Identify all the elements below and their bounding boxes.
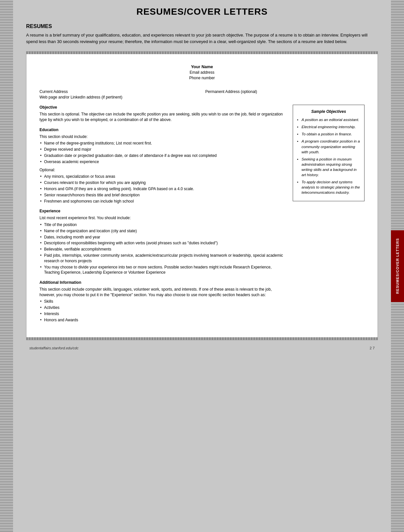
- doc-name: Your Name: [39, 64, 365, 70]
- doc-permanent-address: Permanent Address (optional): [205, 89, 365, 95]
- sample-objective-item: To apply decision and systems analysis t…: [297, 179, 360, 195]
- page-title: RESUMES/COVER LETTERS: [26, 7, 378, 17]
- experience-item: Dates, including month and year: [39, 235, 288, 240]
- sample-objectives-box: Sample Objectives A position as an edito…: [293, 105, 365, 201]
- education-optional-item: Any minors, specialization or focus area…: [39, 174, 288, 179]
- sample-objective-item: Electrical engineering internship.: [297, 124, 360, 129]
- doc-text-section: Objective This section is optional. The …: [39, 105, 288, 327]
- additional-item: Honors and Awards: [39, 317, 288, 323]
- sample-objectives-list: A position as an editorial assistant. El…: [297, 117, 360, 195]
- sample-objective-item: To obtain a position in finance.: [297, 131, 360, 137]
- doc-phone: Phone number: [39, 75, 365, 81]
- experience-item: Believable, verifiable accomplishments: [39, 247, 288, 252]
- experience-item: Title of the position: [39, 222, 288, 228]
- experience-item: Descriptions of responsibilities beginni…: [39, 240, 288, 246]
- additional-label: Additional Information: [39, 280, 288, 285]
- doc-address-right: Permanent Address (optional): [205, 89, 365, 100]
- additional-text: This section could include computer skil…: [39, 287, 288, 298]
- doc-email: Email address: [39, 70, 365, 75]
- education-item: Degree received and major: [39, 147, 288, 152]
- education-optional-item: Courses relevant to the position for whi…: [39, 180, 288, 186]
- left-decorative-border: [0, 0, 13, 532]
- doc-current-address: Current Address: [39, 89, 199, 95]
- footer: studentaffairs.stanford.edu/cdc 2 7: [26, 343, 378, 350]
- objective-text: This section is optional. The objective …: [39, 112, 288, 123]
- resumes-intro: A resume is a brief summary of your qual…: [26, 32, 378, 45]
- sample-objective-item: Seeking a position in museum administrat…: [297, 157, 360, 177]
- education-optional-list: Any minors, specialization or focus area…: [39, 174, 288, 204]
- doc-bottom-border: [26, 337, 378, 340]
- education-optional-item: Senior research/honors thesis title and …: [39, 192, 288, 198]
- footer-page: 2 7: [370, 346, 375, 350]
- experience-items-list: Title of the position Name of the organi…: [39, 222, 288, 275]
- experience-item: Name of the organization and location (c…: [39, 228, 288, 234]
- page-wrapper: RESUMES/COVER LETTERS RESUMES/COVER LETT…: [0, 0, 404, 532]
- objective-label: Objective: [39, 105, 288, 110]
- doc-address-row: Current Address Web page and/or LinkedIn…: [39, 89, 365, 100]
- additional-item: Interests: [39, 311, 288, 317]
- additional-section: Additional Information This section coul…: [39, 280, 288, 323]
- education-optional-item: Freshmen and sophomores can include high…: [39, 199, 288, 204]
- experience-item: Paid jobs, internships, volunteer commun…: [39, 253, 288, 264]
- education-item: Name of the degree-granting institutions…: [39, 141, 288, 146]
- sample-objective-item: A position as an editorial assistant.: [297, 117, 360, 122]
- education-item: Graduation date or projected graduation …: [39, 153, 288, 159]
- experience-section: Experience List most recent experience f…: [39, 208, 288, 275]
- optional-label: Optional:: [39, 167, 288, 173]
- education-label: Education: [39, 127, 288, 133]
- doc-webpage-address: Web page and/or LinkedIn address (if per…: [39, 95, 199, 100]
- additional-items-list: Skills Activities Interests Honors and A…: [39, 299, 288, 323]
- vertical-tab: RESUMES/COVER LETTERS: [391, 230, 404, 302]
- objective-section: Objective This section is optional. The …: [39, 105, 288, 122]
- additional-item: Skills: [39, 299, 288, 304]
- additional-item: Activities: [39, 305, 288, 311]
- sample-objective-item: A program coordinator position in a comm…: [297, 139, 360, 154]
- experience-intro: List most recent experience first. You s…: [39, 215, 288, 221]
- education-items-list: Name of the degree-granting institutions…: [39, 141, 288, 164]
- doc-top-border: [26, 52, 378, 54]
- resumes-heading: RESUMES: [26, 23, 378, 29]
- footer-url: studentaffairs.stanford.edu/cdc: [29, 346, 78, 350]
- education-item: Overseas academic experience: [39, 159, 288, 165]
- doc-main-area: Objective This section is optional. The …: [39, 105, 365, 327]
- document-box: Your Name Email address Phone number Cur…: [26, 51, 378, 340]
- main-content: RESUMES/COVER LETTERS RESUMES A resume i…: [16, 0, 388, 357]
- doc-header: Your Name Email address Phone number: [39, 64, 365, 81]
- experience-item: You may choose to divide your experience…: [39, 265, 288, 276]
- doc-address-left: Current Address Web page and/or LinkedIn…: [39, 89, 205, 100]
- education-intro: This section should include:: [39, 134, 288, 140]
- experience-label: Experience: [39, 208, 288, 214]
- education-optional-item: Honors and GPA (if they are a strong sel…: [39, 186, 288, 192]
- doc-content: Your Name Email address Phone number Cur…: [26, 54, 378, 337]
- vertical-tab-label: RESUMES/COVER LETTERS: [396, 238, 399, 294]
- sample-objectives-title: Sample Objectives: [297, 109, 360, 114]
- education-section: Education This section should include: N…: [39, 127, 288, 204]
